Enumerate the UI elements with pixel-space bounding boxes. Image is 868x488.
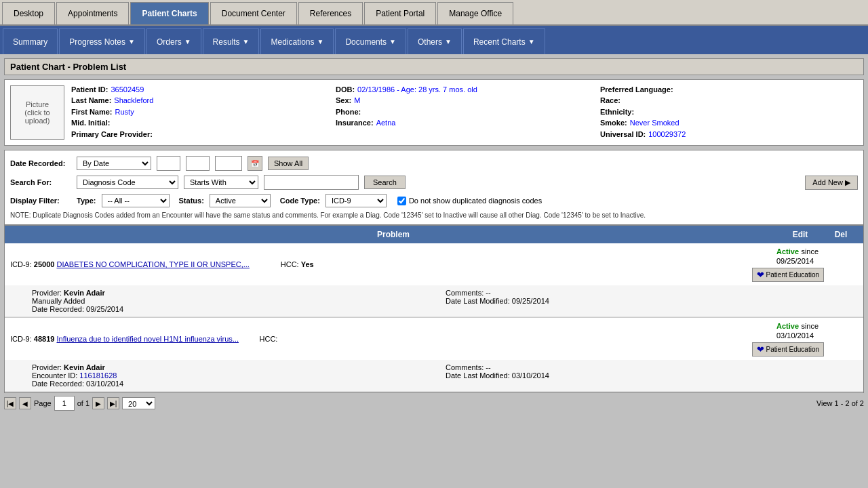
display-filter-row: Display Filter: Type: -- All -- Chronic …	[10, 194, 858, 207]
search-input[interactable]	[264, 175, 359, 190]
preferred-language-field: Preferred Language:	[600, 85, 858, 95]
date-recorded-row: Date Recorded: By Date All Dates 📅 Show …	[10, 156, 858, 171]
search-condition-select[interactable]: Starts With Contains Equals	[184, 176, 258, 189]
problem-title-1: ICD-9: 25000 DIABETES NO COMPLICATION, T…	[10, 260, 776, 268]
calendar-button[interactable]: 📅	[248, 156, 262, 171]
problem-detail-2: Provider: Kevin Adair Encounter ID: 1161…	[5, 360, 863, 392]
top-tab-document-center[interactable]: Document Center	[210, 2, 297, 24]
status-block-2: Active since 03/10/2014 ❤ Patient Educat…	[776, 321, 824, 357]
view-label: View 1 - 2 of 2	[816, 399, 864, 407]
date-year-input[interactable]	[215, 156, 242, 171]
problem-table-header: Problem Edit Del	[5, 226, 863, 243]
dropdown-arrow-icon: ▼	[243, 38, 250, 45]
no-duplicate-checkbox[interactable]	[397, 197, 406, 205]
sec-tab-orders[interactable]: Orders ▼	[146, 28, 201, 54]
top-tab-references[interactable]: References	[298, 2, 363, 24]
patient-info-section: Picture(click toupload) Patient ID: 3650…	[4, 79, 864, 146]
problem-link-1[interactable]: DIABETES NO COMPLICATION, TYPE II OR UNS…	[57, 260, 250, 268]
date-to-input[interactable]	[186, 156, 210, 171]
sec-tab-summary[interactable]: Summary	[3, 28, 58, 54]
smoke-field: Smoke: Never Smoked	[600, 119, 858, 128]
dropdown-arrow-icon: ▼	[389, 38, 396, 45]
problem-title-2: ICD-9: 48819 Influenza due to identified…	[10, 335, 776, 343]
filter-section: Date Recorded: By Date All Dates 📅 Show …	[4, 150, 864, 225]
duplicate-note: NOTE: Duplicate Diagnosis Codes added fr…	[10, 211, 858, 219]
problem-link-2[interactable]: Influenza due to identified novel H1N1 i…	[57, 335, 239, 343]
sec-tab-documents[interactable]: Documents ▼	[335, 28, 406, 54]
primary-care-field: Primary Care Provider:	[71, 130, 329, 140]
race-field: Race:	[600, 96, 858, 106]
patient-fields: Patient ID: 36502459 DOB: 02/13/1986 - A…	[71, 85, 858, 140]
top-navigation: DesktopAppointmentsPatient ChartsDocumen…	[0, 0, 868, 26]
code-type-select[interactable]: ICD-9 ICD-10	[326, 194, 387, 207]
encounter-link-2[interactable]: 116181628	[79, 371, 117, 380]
search-button[interactable]: Search	[364, 176, 406, 189]
table-row: ICD-9: 48819 Influenza due to identified…	[5, 318, 863, 392]
ethnicity-field: Ethnicity:	[600, 108, 858, 117]
patient-id-field: Patient ID: 36502459	[71, 85, 329, 95]
no-duplicate-label[interactable]: Do not show duplicated diagnosis codes	[397, 197, 542, 205]
table-row: ICD-9: 25000 DIABETES NO COMPLICATION, T…	[5, 243, 863, 318]
chart-header: Patient Chart - Problem List	[4, 58, 864, 75]
first-name-field: First Name: Rusty	[71, 108, 329, 117]
prev-page-button[interactable]: ◀	[19, 397, 31, 409]
last-page-button[interactable]: ▶|	[107, 397, 119, 409]
sec-tab-medications[interactable]: Medications ▼	[260, 28, 334, 54]
dropdown-arrow-icon: ▼	[317, 38, 324, 45]
status-filter-select[interactable]: Active Inactive All	[210, 194, 271, 207]
sec-tab-progress-notes[interactable]: Progress Notes ▼	[59, 28, 145, 54]
patient-education-button-1[interactable]: ❤ Patient Education	[752, 268, 824, 282]
status-block-1: Active since 09/25/2014 ❤ Patient Educat…	[776, 247, 824, 282]
sec-tab-recent-charts[interactable]: Recent Charts ▼	[463, 28, 545, 54]
top-tab-appointments[interactable]: Appointments	[56, 2, 129, 24]
top-tab-manage-office[interactable]: Manage Office	[437, 2, 513, 24]
show-all-button[interactable]: Show All	[268, 157, 309, 170]
dob-field: DOB: 02/13/1986 - Age: 28 yrs. 7 mos. ol…	[336, 85, 593, 95]
search-for-row: Search For: Diagnosis Code Description S…	[10, 175, 858, 190]
search-for-select[interactable]: Diagnosis Code Description	[77, 176, 178, 189]
dropdown-arrow-icon: ▼	[528, 38, 535, 45]
page-label: Page	[34, 399, 52, 407]
add-new-button[interactable]: Add New ▶	[805, 176, 858, 190]
sec-tab-results[interactable]: Results ▼	[203, 28, 260, 54]
sec-tab-others[interactable]: Others ▼	[408, 28, 462, 54]
patient-education-button-2[interactable]: ❤ Patient Education	[752, 342, 824, 357]
page-size-select[interactable]: 10 20 50 100	[122, 397, 155, 409]
problem-detail-1: Provider: Kevin Adair Manually Added Dat…	[5, 285, 863, 317]
sex-field: Sex: M	[336, 96, 593, 106]
dropdown-arrow-icon: ▼	[445, 38, 452, 45]
page-controls: |◀ ◀ Page of 1 ▶ ▶| 10 20 50 100	[4, 396, 155, 411]
of-label: of 1	[77, 399, 90, 407]
secondary-navigation: SummaryProgress Notes ▼Orders ▼Results ▼…	[0, 26, 868, 54]
phone-field: Phone:	[336, 108, 593, 117]
page-number-input[interactable]	[54, 396, 75, 411]
top-tab-patient-portal[interactable]: Patient Portal	[364, 2, 436, 24]
date-from-input[interactable]	[157, 156, 180, 171]
top-tab-patient-charts[interactable]: Patient Charts	[130, 2, 208, 24]
type-filter-select[interactable]: -- All -- Chronic Acute	[102, 194, 170, 207]
universal-id-field: Universal ID: 100029372	[600, 130, 858, 140]
first-page-button[interactable]: |◀	[4, 397, 16, 409]
next-page-button[interactable]: ▶	[92, 397, 104, 409]
top-tab-desktop[interactable]: Desktop	[2, 2, 55, 24]
patient-photo[interactable]: Picture(click toupload)	[10, 85, 64, 140]
last-name-field: Last Name: Shackleford	[71, 96, 329, 106]
date-recorded-select[interactable]: By Date All Dates	[77, 157, 151, 170]
problem-table: Problem Edit Del ICD-9: 25000 DIABETES N…	[4, 225, 864, 393]
pagination: |◀ ◀ Page of 1 ▶ ▶| 10 20 50 100 View 1 …	[4, 396, 864, 411]
dropdown-arrow-icon: ▼	[128, 38, 135, 45]
insurance-field: Insurance: Aetna	[336, 119, 593, 128]
mid-initial-field: Mid. Initial:	[71, 119, 329, 128]
dropdown-arrow-icon: ▼	[184, 38, 191, 45]
